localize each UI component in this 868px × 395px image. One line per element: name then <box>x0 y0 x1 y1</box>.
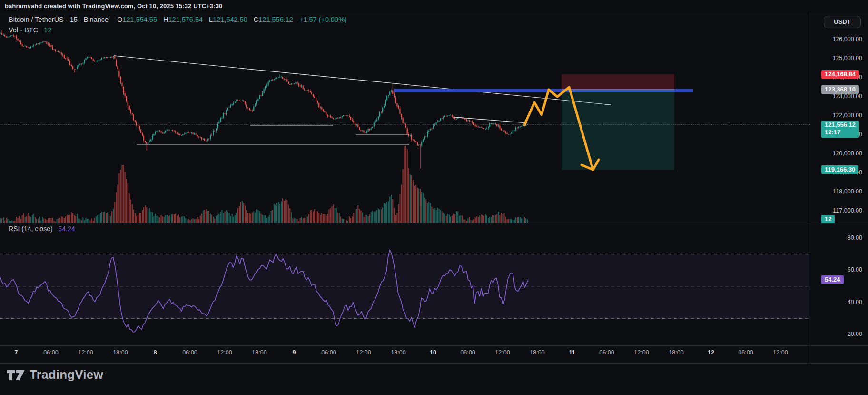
time-label-hour: 06:00 <box>731 349 760 356</box>
time-label-hour: 18:00 <box>245 349 274 356</box>
low-value: 121,542.50 <box>213 16 247 23</box>
entry-price-label: 123,368.10 <box>821 85 859 94</box>
time-label-hour: 06:00 <box>176 349 204 356</box>
price-tick: 123,000.00 <box>832 93 862 100</box>
time-label-hour: 12:00 <box>210 349 239 356</box>
rsi-title: RSI (14, close) <box>9 225 53 233</box>
time-label-day: 10 <box>419 349 447 356</box>
price-tick: 126,000.00 <box>832 36 862 42</box>
time-label-hour: 12:00 <box>627 349 656 356</box>
time-label-hour: 18:00 <box>106 349 135 356</box>
price-tick: 122,000.00 <box>832 112 862 119</box>
rsi-tick: 80.00 <box>848 234 862 241</box>
open-label: O <box>117 16 122 23</box>
stop-price-label: 124,168.84 <box>821 70 859 79</box>
time-label-hour: 12:00 <box>488 349 517 356</box>
rsi-value-label: 54.24 <box>821 275 844 284</box>
volume-value: 12 <box>44 26 51 34</box>
high-label: H <box>163 16 168 23</box>
time-label-hour: 06:00 <box>454 349 482 356</box>
rsi-tick: 60.00 <box>848 266 862 273</box>
rsi-legend: RSI (14, close) 54.24 <box>9 225 75 233</box>
bar-countdown: 12:17 <box>825 129 856 136</box>
low-label: L <box>209 16 213 23</box>
time-label-hour: 12:00 <box>71 349 100 356</box>
open-value: 121,554.55 <box>122 16 157 23</box>
tradingview-logo-text: TradingView <box>30 367 103 382</box>
time-label-day: 9 <box>280 349 308 356</box>
time-label-hour: 06:00 <box>592 349 621 356</box>
close-value: 121,556.12 <box>258 16 293 23</box>
change-value: +1.57 (+0.00%) <box>299 16 347 23</box>
time-label-hour: 18:00 <box>523 349 552 356</box>
target-price-label: 119,166.30 <box>821 165 858 174</box>
attribution-bar: bahramvahd created with TradingView.com,… <box>0 0 868 13</box>
tradingview-logo-icon <box>7 368 26 382</box>
time-label-hour: 06:00 <box>315 349 343 356</box>
price-tick: 125,000.00 <box>832 55 862 61</box>
high-value: 121,576.54 <box>168 16 203 23</box>
time-label-hour: 18:00 <box>384 349 413 356</box>
time-label-day: 7 <box>2 349 30 356</box>
rsi-tick: 20.00 <box>848 331 862 337</box>
close-label: C <box>254 16 258 23</box>
volume-value-label: 12 <box>821 215 835 223</box>
time-label-day: 12 <box>697 349 725 356</box>
attribution-text: bahramvahd created with TradingView.com,… <box>5 2 222 10</box>
price-tick: 118,000.00 <box>833 188 862 195</box>
currency-toggle-button[interactable]: USDT <box>824 16 861 28</box>
time-label-hour: 06:00 <box>37 349 65 356</box>
last-price-label: 121,556.12 12:17 <box>821 121 859 138</box>
time-label-hour: 12:00 <box>349 349 378 356</box>
chart-plot-area[interactable] <box>0 13 810 345</box>
price-tick: 120,000.00 <box>832 150 862 157</box>
time-label-day: 8 <box>141 349 169 356</box>
last-price-value: 121,556.12 <box>825 121 856 129</box>
price-tick: 117,000.00 <box>833 207 862 214</box>
volume-legend: Vol · BTC 12 <box>9 26 51 34</box>
rsi-tick: 40.00 <box>848 299 862 305</box>
tradingview-chart-window: bahramvahd created with TradingView.com,… <box>0 0 868 395</box>
symbol-legend: Bitcoin / TetherUS · 15 · Binance O121,5… <box>9 16 347 23</box>
time-label-day: 11 <box>558 349 586 356</box>
price-scale[interactable] <box>810 13 868 345</box>
tradingview-logo[interactable]: TradingView <box>7 367 103 382</box>
volume-label: Vol · BTC <box>9 26 38 34</box>
time-label-hour: 12:00 <box>766 349 795 356</box>
symbol-title[interactable]: Bitcoin / TetherUS · 15 · Binance <box>9 16 108 23</box>
rsi-current-value: 54.24 <box>58 225 75 233</box>
time-label-hour: 18:00 <box>662 349 690 356</box>
